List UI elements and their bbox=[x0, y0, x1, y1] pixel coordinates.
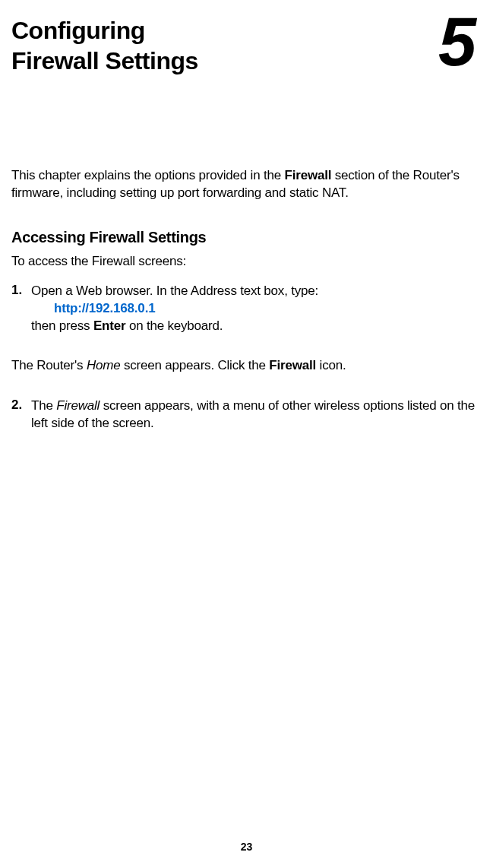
intro-bold: Firewall bbox=[285, 168, 332, 182]
mid-text-middle: screen appears. Click the bbox=[120, 358, 269, 372]
chapter-number: 5 bbox=[438, 11, 474, 73]
chapter-header: Configuring Firewall Settings 5 bbox=[11, 15, 482, 76]
mid-text-after: icon. bbox=[316, 358, 346, 372]
step-2: 2. The Firewall screen appears, with a m… bbox=[11, 398, 482, 432]
page-number: 23 bbox=[241, 841, 253, 853]
step-1-number: 1. bbox=[11, 283, 31, 335]
section-intro: To access the Firewall screens: bbox=[11, 254, 482, 269]
step-2-italic: Firewall bbox=[56, 398, 100, 413]
step-1-content: Open a Web browser. In the Address text … bbox=[31, 283, 318, 335]
section-heading: Accessing Firewall Settings bbox=[11, 229, 482, 246]
mid-bold: Firewall bbox=[269, 358, 316, 372]
step-1-bold: Enter bbox=[93, 318, 125, 333]
mid-italic: Home bbox=[87, 358, 121, 372]
intro-text-before: This chapter explains the options provid… bbox=[11, 168, 285, 182]
mid-text-before: The Router's bbox=[11, 358, 87, 372]
step-1-text-after-after-bold: on the keyboard. bbox=[125, 318, 223, 333]
mid-paragraph: The Router's Home screen appears. Click … bbox=[11, 358, 482, 373]
step-2-number: 2. bbox=[11, 398, 31, 432]
title-line-2: Firewall Settings bbox=[11, 47, 198, 74]
title-line-1: Configuring bbox=[11, 17, 145, 44]
step-1-text-before: Open a Web browser. In the Address text … bbox=[31, 284, 318, 298]
step-2-content: The Firewall screen appears, with a menu… bbox=[31, 398, 482, 432]
step-1-text-after-before-bold: then press bbox=[31, 318, 93, 333]
step-1: 1. Open a Web browser. In the Address te… bbox=[11, 283, 482, 335]
step-2-text-before: The bbox=[31, 398, 56, 413]
chapter-title: Configuring Firewall Settings bbox=[11, 15, 198, 76]
intro-paragraph: This chapter explains the options provid… bbox=[11, 167, 482, 202]
step-1-url: http://192.168.0.1 bbox=[54, 300, 318, 318]
